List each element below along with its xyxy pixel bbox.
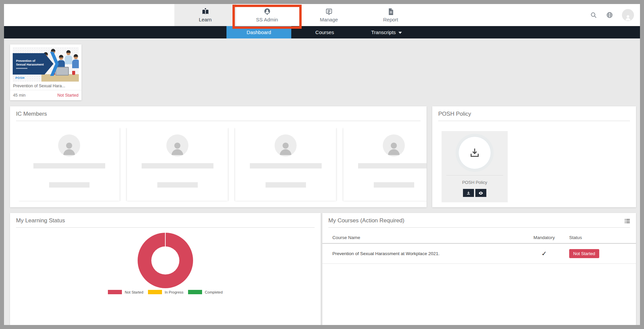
tab-learn[interactable]: Learn <box>174 4 236 26</box>
course-card-title: Prevention of Sexual Hara... <box>10 82 82 90</box>
legend-item-completed: Completed <box>188 290 222 294</box>
subnav-item-transcripts[interactable]: Transcripts <box>356 26 417 38</box>
person-circle-icon <box>263 8 271 16</box>
member-avatar-placeholder-icon <box>166 134 188 156</box>
course-card-meta: 45 min Not Started <box>10 90 82 100</box>
course-status: Not Started <box>57 93 78 98</box>
posh-logo: POSH <box>15 76 25 80</box>
divider <box>438 121 630 121</box>
skeleton-bar <box>33 163 105 169</box>
table-header-row: Course Name Mandatory Status <box>322 232 636 244</box>
mandatory-checkmark: ✓ <box>519 250 569 257</box>
member-avatar-placeholder-icon <box>383 134 405 156</box>
download-button[interactable] <box>463 189 474 197</box>
skeleton-bar <box>49 182 90 188</box>
legend-swatch-yellow <box>148 290 162 294</box>
download-tray-icon <box>469 147 480 158</box>
course-name-cell: Prevention of Sexual Harassment at Workp… <box>332 251 519 256</box>
divider <box>16 121 421 121</box>
column-header-mandatory: Mandatory <box>519 235 569 240</box>
monitor-list-icon <box>325 8 333 16</box>
member-avatar-placeholder-icon <box>58 134 80 156</box>
ic-members-title: IC Members <box>10 106 427 121</box>
top-bar: Learn SS Admin Manage Report <box>4 4 640 26</box>
thumbnail-title-line1: Prevention of <box>16 59 53 63</box>
ic-member-card[interactable] <box>127 128 228 201</box>
avatar-person-icon <box>624 14 632 21</box>
legend-item-not-started: Not Started <box>108 290 143 294</box>
view-button[interactable] <box>475 189 486 197</box>
learn-book-icon <box>201 8 209 16</box>
sub-navigation: Dashboard Courses Transcripts <box>4 26 640 38</box>
tab-manage[interactable]: Manage <box>298 4 360 26</box>
divider <box>16 227 315 228</box>
download-icon <box>466 191 471 196</box>
legend-label: Completed <box>205 290 222 294</box>
subnav-transcripts-label: Transcripts <box>371 29 396 35</box>
course-card[interactable]: Prevention of Sexual Harassment POSH Pre… <box>10 44 82 100</box>
skeleton-bar <box>266 182 306 188</box>
legend-swatch-green <box>188 290 202 294</box>
tab-ss-admin-label: SS Admin <box>256 17 278 22</box>
tab-report[interactable]: Report <box>360 4 422 26</box>
my-learning-status-title: My Learning Status <box>10 213 321 227</box>
skeleton-bar <box>250 163 322 169</box>
status-cell: Not Started <box>569 249 629 258</box>
divider <box>328 227 630 228</box>
report-document-icon <box>387 8 395 16</box>
ic-member-card[interactable] <box>343 128 427 201</box>
user-avatar[interactable] <box>622 9 634 21</box>
donut-chart[interactable] <box>138 233 193 288</box>
table-row[interactable]: Prevention of Sexual Harassment at Workp… <box>322 244 636 264</box>
my-learning-status-panel: My Learning Status Not Started In Progre… <box>10 213 321 325</box>
donut-chart-wrap <box>10 233 321 288</box>
skeleton-bar <box>157 182 198 188</box>
posh-policy-card: POSH Policy <box>442 131 508 202</box>
subnav-item-dashboard[interactable]: Dashboard <box>226 26 291 38</box>
tab-ss-admin[interactable]: SS Admin <box>236 4 298 26</box>
skeleton-bar <box>358 163 427 169</box>
legend-label: In Progress <box>165 290 183 294</box>
subnav-item-courses[interactable]: Courses <box>298 26 351 38</box>
skeleton-bar <box>374 182 414 188</box>
ic-member-card[interactable] <box>19 128 120 201</box>
eye-icon <box>478 191 483 196</box>
posh-policy-title: POSH Policy <box>432 106 636 121</box>
chart-legend: Not Started In Progress Completed <box>10 290 321 294</box>
skeleton-bar <box>142 163 213 169</box>
globe-icon[interactable] <box>606 11 613 19</box>
list-view-icon[interactable] <box>624 218 631 224</box>
posh-policy-panel: POSH Policy POSH Policy <box>432 106 636 207</box>
thumbnail-title-line2: Sexual Harassment <box>16 63 53 67</box>
column-header-status: Status <box>569 235 629 240</box>
donut-hole <box>151 246 179 275</box>
legend-label: Not Started <box>125 290 143 294</box>
column-header-course-name: Course Name <box>332 235 519 240</box>
member-avatar-placeholder-icon <box>275 134 297 156</box>
posh-item-label: POSH Policy <box>462 180 487 185</box>
divider <box>446 175 503 176</box>
tab-learn-label: Learn <box>199 17 211 22</box>
legend-item-in-progress: In Progress <box>148 290 183 294</box>
main-navigation: Learn SS Admin Manage Report <box>174 4 422 26</box>
top-right-actions <box>590 4 634 26</box>
ic-members-panel: IC Members <box>10 106 427 207</box>
status-badge: Not Started <box>569 249 599 258</box>
legend-swatch-red <box>108 290 122 294</box>
tab-manage-label: Manage <box>320 17 338 22</box>
my-courses-panel: My Courses (Action Required) Course Name… <box>322 213 636 325</box>
donut-start-tick <box>165 233 166 247</box>
course-duration: 45 min <box>13 93 26 98</box>
ic-members-cards <box>19 128 427 201</box>
download-circle[interactable] <box>458 136 491 169</box>
chevron-down-icon <box>398 32 402 34</box>
ic-member-card[interactable] <box>235 128 336 201</box>
my-courses-title: My Courses (Action Required) <box>322 213 636 227</box>
courses-table: Course Name Mandatory Status Prevention … <box>322 232 636 264</box>
search-icon[interactable] <box>590 11 597 19</box>
tab-report-label: Report <box>383 17 398 22</box>
posh-buttons <box>463 189 486 197</box>
lms-dashboard-screen: Learn SS Admin Manage Report <box>0 0 644 329</box>
course-thumbnail: Prevention of Sexual Harassment POSH <box>13 47 79 82</box>
